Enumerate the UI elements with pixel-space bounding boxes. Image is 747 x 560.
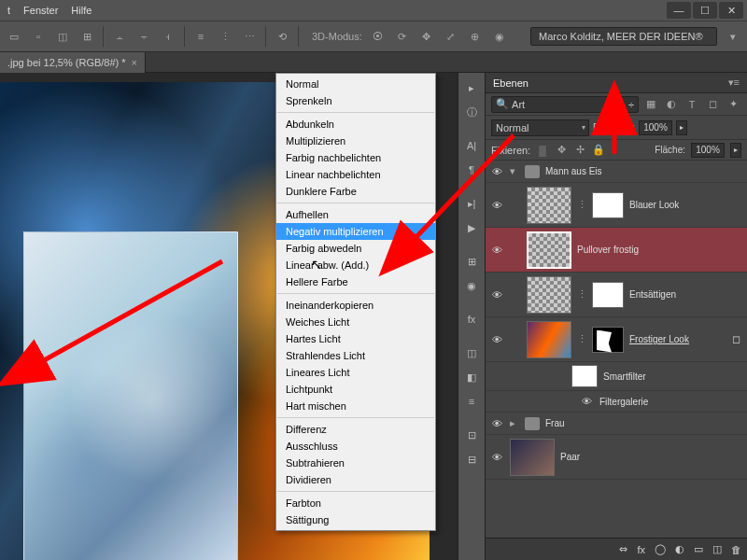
panel-icon[interactable]: ⊡ [460, 424, 483, 446]
link-icon[interactable]: ⋮ [577, 333, 586, 346]
user-label[interactable]: Marco Kolditz, MEER DER IDEEN® [530, 27, 717, 46]
menu-item-multiplizieren[interactable]: Multiplizieren [276, 133, 435, 149]
menu-item-farbton[interactable]: Farbton [276, 495, 435, 511]
play-icon[interactable]: ▶ [460, 217, 483, 239]
distribute-icon[interactable]: ≡ [192, 28, 209, 45]
visibility-toggle[interactable]: 👁 [579, 394, 594, 409]
adjustment-icon[interactable]: ◐ [675, 543, 684, 555]
link-icon[interactable]: ⋮ [577, 199, 586, 212]
lock-transparency-icon[interactable]: ✢ [573, 144, 586, 157]
layer-paar[interactable]: 👁 Paar [486, 435, 747, 480]
filter-type-icon[interactable]: T [684, 96, 700, 113]
visibility-toggle[interactable]: 👁 [489, 332, 504, 347]
mask-icon[interactable]: ◯ [655, 543, 666, 555]
menu-item-hartes-licht[interactable]: Hartes Licht [276, 330, 435, 347]
minimize-button[interactable]: — [667, 2, 691, 19]
layer-name[interactable]: Pullover frostig [577, 245, 743, 255]
menu-item-lineares-licht[interactable]: Lineares Licht [276, 364, 435, 381]
visibility-toggle[interactable]: 👁 [489, 287, 504, 302]
option-icon[interactable]: ⊞ [78, 28, 95, 45]
layer-thumbnail[interactable] [527, 321, 571, 358]
layer-name[interactable]: Blauer Look [629, 200, 743, 210]
new-layer-icon[interactable]: ◫ [712, 543, 722, 555]
panel-menu-icon[interactable]: ▾≡ [728, 77, 740, 89]
down-arrow-icon[interactable]: ▾ [725, 28, 741, 45]
styles-icon[interactable]: fx [460, 308, 483, 330]
filter-adjust-icon[interactable]: ◐ [663, 96, 680, 113]
layer-group-frau[interactable]: 👁 ▸ Frau [486, 413, 747, 435]
menu-item-abdunkeln[interactable]: Abdunkeln [276, 116, 435, 133]
lock-position-icon[interactable]: ✥ [555, 144, 568, 157]
menu-item-hilfe[interactable]: Hilfe [71, 5, 92, 16]
3d-icon[interactable]: ⤢ [443, 28, 459, 45]
align-icon[interactable]: ⫞ [160, 28, 176, 45]
panel-icon[interactable]: ⊟ [460, 448, 483, 470]
menu-item-sprenkeln[interactable]: Sprenkeln [276, 92, 435, 109]
filter-filtergalerie[interactable]: 👁 Filtergalerie [486, 391, 747, 413]
menu-item-fenster[interactable]: Fenster [23, 5, 58, 16]
layer-thumbnail[interactable] [527, 187, 571, 224]
menu-item-lichtpunkt[interactable]: Lichtpunkt [276, 381, 435, 398]
character-icon[interactable]: A| [460, 134, 483, 157]
disclosure-triangle[interactable]: ▾ [510, 165, 519, 177]
menu-item-ineinanderkopieren[interactable]: Ineinanderkopieren [276, 297, 435, 314]
layer-name[interactable]: Entsättigen [629, 289, 743, 300]
3d-icon[interactable]: ✥ [418, 28, 435, 45]
align-icon[interactable]: ⫟ [135, 28, 152, 45]
collapse-icon[interactable]: ▸ [460, 77, 483, 99]
option-icon[interactable]: ▫ [30, 28, 47, 45]
3d-icon[interactable]: ◉ [491, 28, 508, 45]
blend-mode-select[interactable]: Normal [491, 119, 589, 136]
color-icon[interactable]: ◉ [460, 274, 483, 297]
menu-item-saettigung[interactable]: Sättigung [276, 511, 435, 528]
layer-frostiger-look[interactable]: 👁 ⋮ Frostiger Look ◻ [486, 317, 747, 362]
lock-pixels-icon[interactable]: ▒ [536, 144, 549, 157]
layer-blauer-look[interactable]: 👁 ⋮ Blauer Look [486, 183, 747, 228]
swatches-icon[interactable]: ⊞ [460, 250, 483, 273]
disclosure-triangle[interactable]: ▸ [510, 417, 519, 429]
opacity-value[interactable]: 100% [639, 120, 672, 135]
mask-thumbnail[interactable] [592, 327, 624, 353]
menu-item-hart-mischen[interactable]: Hart mischen [276, 398, 435, 414]
distribute-icon[interactable]: ⋮ [217, 28, 233, 45]
3d-icon[interactable]: ⟳ [394, 28, 411, 45]
option-icon[interactable]: ◫ [54, 28, 71, 45]
filter-type-select[interactable]: 🔍 Art ÷ [491, 96, 639, 113]
menu-item-weiches-licht[interactable]: Weiches Licht [276, 314, 435, 330]
layer-name[interactable]: Frau [545, 418, 743, 428]
fill-arrow-icon[interactable]: ▸ [730, 143, 741, 158]
layer-thumbnail[interactable] [510, 439, 555, 476]
menu-item-normal[interactable]: Normal [276, 76, 435, 92]
menu-item[interactable]: t [7, 5, 10, 16]
layer-name[interactable]: Paar [560, 452, 743, 462]
distribute-icon[interactable]: ⋯ [241, 28, 258, 45]
menu-item-differenz[interactable]: Differenz [276, 421, 435, 438]
maximize-button[interactable]: ☐ [693, 2, 717, 19]
menu-item-linear-abw[interactable]: Linear abw. (Add.) [276, 257, 435, 273]
layer-thumbnail[interactable] [527, 276, 571, 314]
panel-icon[interactable]: ◫ [460, 342, 483, 364]
actions-icon[interactable]: ▸| [460, 192, 483, 215]
3d-icon[interactable]: ⊕ [467, 28, 484, 45]
panel-tab-ebenen[interactable]: Ebenen [493, 77, 529, 89]
layer-name[interactable]: Frostiger Look [629, 334, 723, 344]
document-tab[interactable]: .jpg bei 12,5% (RGB/8#) * × [0, 52, 146, 73]
visibility-toggle[interactable]: 👁 [489, 416, 504, 431]
menu-item-linear-nachbelichten[interactable]: Linear nachbelichten [276, 166, 435, 183]
mask-thumbnail[interactable] [592, 192, 624, 218]
fill-value[interactable]: 100% [691, 143, 725, 158]
tool-icon[interactable]: ▭ [6, 28, 22, 45]
close-button[interactable]: ✕ [719, 2, 743, 19]
menu-item-ausschluss[interactable]: Ausschluss [276, 438, 435, 455]
paragraph-icon[interactable]: ¶ [460, 159, 483, 181]
link-icon[interactable]: ⋮ [577, 288, 586, 301]
layer-name[interactable]: Mann aus Eis [545, 166, 743, 176]
visibility-toggle[interactable]: 👁 [489, 243, 504, 258]
menu-item-dunklere-farbe[interactable]: Dunklere Farbe [276, 183, 435, 200]
panel-icon[interactable]: ≡ [460, 390, 483, 413]
trash-icon[interactable]: 🗑 [731, 544, 741, 555]
info-icon[interactable]: ⓘ [460, 101, 483, 123]
panel-icon[interactable]: ◧ [460, 366, 483, 388]
align-icon[interactable]: ⫠ [111, 28, 128, 45]
filter-shape-icon[interactable]: ◻ [704, 96, 721, 113]
